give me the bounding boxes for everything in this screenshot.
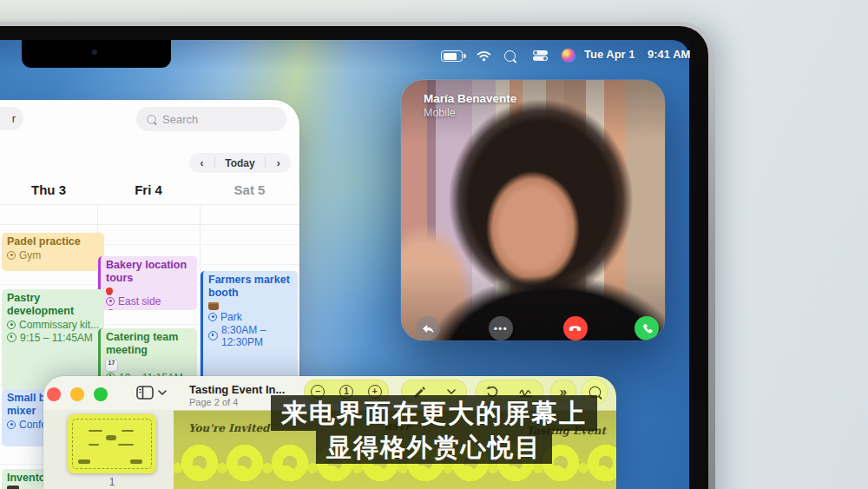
caller-name: María Benavente: [424, 92, 516, 105]
close-button[interactable]: [47, 387, 61, 401]
calendar-clipped-toolbar-button[interactable]: r: [0, 107, 23, 130]
spotlight-search-icon[interactable]: [504, 50, 516, 65]
grid-line: [0, 224, 299, 225]
document-title: Tasting Event In...: [189, 383, 285, 396]
clock-icon: [7, 333, 16, 342]
day-header-fri[interactable]: Fri 4: [97, 182, 200, 197]
pushpin-emoji: [106, 287, 113, 294]
calendar-date-nav: ‹ Today ›: [189, 153, 291, 173]
grid-line: [0, 204, 299, 205]
calendar-event-bakery[interactable]: Bakery location tours East side 8 – 10AM: [98, 256, 197, 310]
clock-icon: [106, 309, 115, 310]
reply-icon: [422, 323, 435, 334]
accept-phone-icon: [641, 322, 654, 335]
prev-day-button[interactable]: ‹: [189, 157, 214, 169]
siri-icon[interactable]: [562, 49, 575, 63]
chevron-down-icon: [158, 390, 167, 395]
thumbnail-page-number: 1: [68, 476, 156, 488]
location-icon: [106, 297, 115, 306]
zoom-window-button[interactable]: [94, 387, 108, 401]
basket-emoji: [208, 302, 219, 310]
location-icon: [208, 313, 217, 321]
day-header-sat[interactable]: Sat 5: [200, 182, 299, 197]
battery-icon[interactable]: [441, 50, 463, 62]
caller-photo: [401, 80, 665, 340]
calendar-event-farmers-market[interactable]: Farmers market booth Park 8:30AM – 12:30…: [201, 271, 298, 384]
calendar-event-padel[interactable]: Padel practice Gym: [2, 233, 104, 271]
decline-phone-icon: [569, 321, 582, 335]
menu-bar-date[interactable]: Tue Apr 1: [584, 48, 635, 61]
day-header-thu[interactable]: Thu 3: [0, 182, 97, 197]
page-thumbnail[interactable]: [68, 414, 156, 473]
calendar-event-catering[interactable]: Catering team meeting 17 10 – 11:15AM: [98, 328, 197, 382]
facetime-call-window: María Benavente Mobile •••: [401, 80, 665, 340]
sidebar-icon: [136, 386, 154, 400]
ellipsis-icon: •••: [494, 324, 508, 334]
decline-call-button[interactable]: [563, 316, 588, 340]
screenshot-stage: Tue Apr 1 9:41 AM r Search ‹ Today › Thu…: [0, 0, 868, 489]
search-icon: [147, 115, 155, 123]
clock-icon: [208, 331, 218, 340]
chevron-down-icon[interactable]: [447, 389, 456, 394]
camera-dot: [92, 50, 97, 55]
inventory-emoji: [7, 486, 19, 489]
control-center-icon[interactable]: [533, 50, 548, 61]
caller-label: Mobile: [424, 107, 456, 119]
calendar-search-input[interactable]: Search: [136, 107, 286, 131]
location-icon: [7, 320, 16, 329]
reply-message-button[interactable]: [416, 316, 440, 340]
location-icon: [7, 251, 16, 260]
page-indicator: Page 2 of 4: [189, 397, 238, 407]
sidebar-toggle-button[interactable]: [136, 386, 167, 400]
minimize-button[interactable]: [70, 387, 84, 401]
next-day-button[interactable]: ›: [266, 157, 291, 169]
doc-script-left: You're Invited: [188, 422, 270, 434]
search-placeholder: Search: [162, 113, 198, 126]
subtitle-line-2: 显得格外赏心悦目: [316, 431, 552, 464]
more-options-button[interactable]: •••: [489, 316, 513, 340]
location-icon: [7, 420, 16, 429]
menu-bar-clock[interactable]: 9:41 AM: [648, 48, 690, 61]
wifi-icon[interactable]: [477, 50, 491, 62]
calendar-emoji: 17: [106, 360, 117, 371]
subtitle-line-1: 来电界面在更大的屏幕上: [271, 395, 597, 431]
today-button[interactable]: Today: [215, 157, 266, 169]
